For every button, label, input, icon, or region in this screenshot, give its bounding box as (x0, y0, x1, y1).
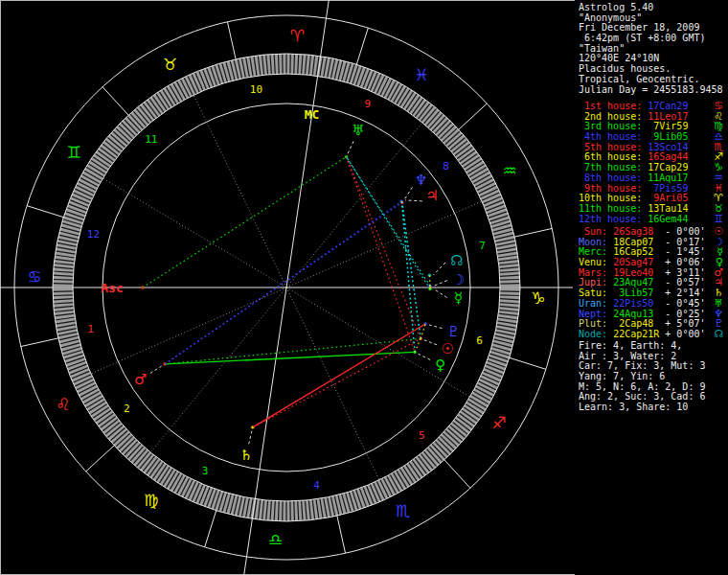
julian-day-line: Julian Day = 2455183.9458 (579, 85, 728, 96)
zodiac-aries-glyph: ♈ (290, 26, 305, 45)
info-sidebar: Astrolog 5.40 "Anonymous" Fri December 1… (575, 0, 728, 575)
house-label: 8th house: (579, 172, 642, 183)
sign-boundary-line (514, 228, 552, 237)
planet-pointer-line (249, 431, 252, 445)
house-label: 1st house: (579, 101, 642, 111)
house-label: 11th house: (579, 203, 642, 214)
planet-velocity-offset: - 0°57' (653, 277, 705, 288)
planet-neptune-glyph: ♆ (415, 172, 427, 189)
zodiac-sign-icon: ♊ (714, 214, 723, 224)
house-cusp-line (286, 288, 379, 480)
planet-position-value: 19Leo40 (607, 267, 653, 278)
planet-position-value: 22Pis50 (607, 298, 653, 309)
house-cusp-value: 9Lib05 (642, 131, 688, 142)
house-cusp-value: 11Leo17 (642, 111, 688, 122)
planet-mercury-glyph: ☿ (454, 289, 463, 307)
planet-velocity-offset: + 0°06' (653, 257, 705, 267)
planet-position-value: 26Sag38 (607, 226, 653, 237)
stat-learn-share: Learn: 3, Share: 10 (579, 402, 728, 413)
house-number: 1 (87, 323, 94, 335)
midheaven-label: MC (305, 107, 320, 122)
sign-boundary-line (459, 104, 487, 129)
aspect-line-square (347, 157, 421, 339)
house-cusp-value: 9Ari05 (642, 193, 688, 203)
planet-pointer-line (419, 354, 431, 359)
house-number: 4 (313, 479, 320, 492)
house-cusp-line (193, 95, 286, 288)
house-cusp-value: 17Can29 (642, 101, 688, 111)
house-cusp-line (102, 178, 286, 288)
astrolog-app-window: ♈♉♊♋♌♍♎♏♐♑♒♓123456789101112AscMC☉☽☿♀♂♃♄♅… (0, 0, 728, 575)
planet-label: Plut: (579, 318, 607, 329)
planet-velocity-offset: - 0°00' (653, 226, 705, 237)
planet-velocity-offset: + 0°00' (659, 329, 705, 339)
aspect-line-square (253, 338, 421, 426)
zodiac-libra-glyph: ♎ (268, 530, 283, 549)
planet-position-value: 3Lib57 (607, 288, 653, 298)
house-label: 10th house: (579, 193, 642, 203)
planet-position-value: 24Aqu13 (607, 309, 653, 319)
planet-pointer-line (404, 187, 412, 199)
planet-pointer-line (434, 281, 447, 287)
planet-label: Moon: (579, 237, 607, 247)
house-label: 5th house: (579, 142, 642, 152)
house-label: 12th house: (579, 214, 642, 224)
sign-boundary-line (337, 516, 346, 553)
planet-row: Node: 22Cap21R + 0°00'☊ (579, 330, 728, 340)
house-cusp-value: 7Vir59 (642, 121, 688, 131)
planet-jupiter-glyph: ♃ (425, 187, 438, 204)
planet-velocity-offset: - 0°45' (653, 298, 705, 309)
planet-label: Satu: (579, 288, 607, 298)
sign-boundary-line (86, 446, 114, 472)
planet-pluto-glyph: ♇ (446, 323, 459, 340)
house-label: 6th house: (579, 151, 642, 162)
house-number: 5 (419, 429, 425, 442)
house-label: 4th house: (579, 131, 642, 142)
house-cusp-value: 7Pis59 (642, 183, 688, 194)
zodiac-taurus-glyph: ♉ (163, 55, 177, 74)
house-number: 8 (443, 160, 449, 172)
planet-glyph-icon: ☊ (714, 329, 723, 339)
house-cusp-list: 1st house: 17Can29♋ 2nd house: 11Leo17♌ … (579, 102, 728, 224)
house-cusp-value: 16Sag44 (642, 151, 688, 162)
planet-label: Venu: (579, 257, 607, 267)
planet-position-value: 16Cap52 (607, 246, 653, 257)
house-number: 11 (145, 133, 157, 146)
aspect-line-trine (165, 338, 421, 364)
house-label: 9th house: (579, 183, 642, 194)
planet-sun-glyph: ☉ (441, 340, 453, 357)
sign-boundary-line (510, 357, 546, 369)
house-number: 10 (250, 83, 262, 96)
planet-label: Mars: (579, 267, 607, 278)
sign-boundary-line (21, 338, 58, 347)
house-cusp-value: 16Gem44 (642, 214, 688, 224)
planet-velocity-offset: - 0°25' (653, 309, 705, 319)
planet-position-list: Sun: 26Sag38 - 0°00'☉Moon: 18Cap07 - 0°1… (579, 227, 728, 340)
planet-position-value: 22Cap21R (607, 329, 659, 339)
planet-label: Uran: (579, 298, 607, 309)
planet-label: Node: (579, 329, 607, 339)
element-statistics: Fire: 4, Earth: 4, Air : 3, Water: 2 Car… (579, 341, 728, 413)
house-cusp-line (91, 288, 286, 374)
house-cusp-value: 17Cap29 (642, 162, 688, 172)
planet-velocity-offset: - 0°17' (653, 237, 705, 247)
planet-mars-glyph: ♂ (134, 371, 147, 388)
planet-node-glyph: ☊ (450, 252, 463, 269)
chart-header: Astrolog 5.40 "Anonymous" Fri December 1… (579, 3, 728, 95)
zodiac-scorpio-glyph: ♏ (396, 501, 410, 520)
house-cusp-value: 13Tau14 (642, 203, 688, 214)
planet-uranus-glyph: ♅ (352, 122, 364, 139)
planet-pointer-line (405, 200, 422, 201)
house-number: 9 (365, 98, 372, 110)
aspect-line-opposition (165, 201, 401, 364)
aspect-line-square (347, 157, 415, 353)
house-number: 6 (476, 334, 483, 347)
planet-saturn-glyph: ♄ (239, 447, 252, 464)
ascendant-label: Asc (101, 281, 123, 295)
planet-position-value: 2Cap48 (607, 318, 653, 329)
sign-boundary-line (27, 206, 63, 218)
house-cusp-value: 13Sco14 (642, 142, 688, 152)
planet-venus-glyph: ♀ (435, 356, 445, 374)
planet-velocity-offset: - 1°45' (653, 246, 705, 257)
aspect-line-trine (143, 157, 347, 288)
